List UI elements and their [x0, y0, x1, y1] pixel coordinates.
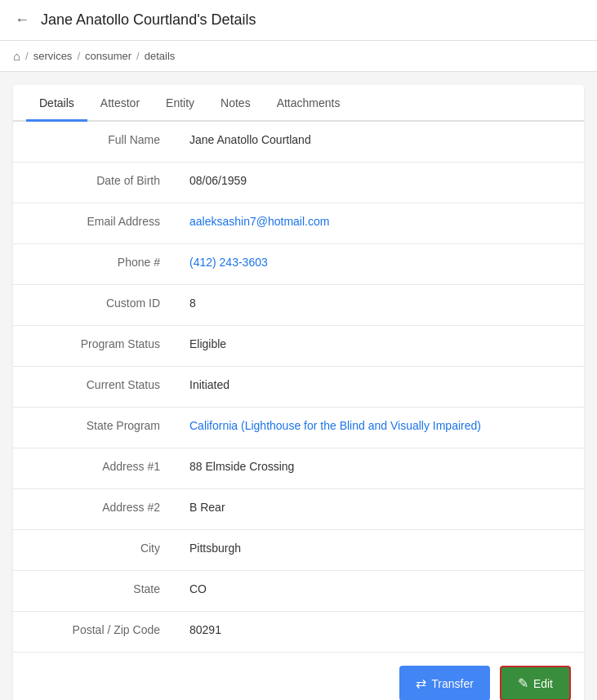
detail-value: 08/06/1959	[176, 163, 584, 198]
table-row: Custom ID8	[13, 285, 584, 326]
detail-value: Jane Anatollo Courtland	[176, 122, 584, 158]
detail-label: State	[13, 571, 176, 607]
transfer-label: Transfer	[431, 677, 474, 690]
detail-label: Program Status	[13, 326, 176, 362]
edit-label: Edit	[533, 677, 553, 690]
table-row: State ProgramCalifornia (Lighthouse for …	[13, 408, 584, 448]
detail-value: 80291	[176, 612, 584, 648]
edit-icon: ✎	[518, 675, 528, 691]
detail-label: Email Address	[13, 203, 176, 239]
breadcrumb-details: details	[145, 50, 176, 62]
breadcrumb-sep-3: /	[136, 50, 140, 62]
detail-value: CO	[176, 571, 584, 607]
action-bar: ⇄ Transfer ✎ Edit	[13, 653, 584, 700]
detail-label: City	[13, 530, 176, 566]
detail-value: 8	[176, 285, 584, 321]
detail-label: Current Status	[13, 367, 176, 403]
main-content: Details Attestor Entity Notes Attachment…	[13, 85, 584, 700]
transfer-button[interactable]: ⇄ Transfer	[399, 666, 490, 700]
table-row: Email Addressaaleksashin7@hotmail.com	[13, 203, 584, 244]
breadcrumb: ⌂ / services / consumer / details	[0, 41, 597, 72]
detail-label: Address #1	[13, 448, 176, 484]
detail-value[interactable]: aaleksashin7@hotmail.com	[176, 203, 584, 239]
back-button[interactable]: ←	[13, 10, 31, 30]
table-row: Address #188 Elmside Crossing	[13, 448, 584, 489]
table-row: Address #2B Rear	[13, 489, 584, 530]
tab-attestor[interactable]: Attestor	[87, 85, 153, 122]
detail-label: Full Name	[13, 122, 176, 158]
tab-details[interactable]: Details	[26, 85, 87, 122]
edit-button[interactable]: ✎ Edit	[500, 666, 571, 700]
detail-label: Postal / Zip Code	[13, 612, 176, 648]
detail-label: State Program	[13, 408, 176, 444]
tab-notes[interactable]: Notes	[207, 85, 264, 122]
breadcrumb-sep-1: /	[25, 50, 29, 62]
transfer-icon: ⇄	[416, 675, 426, 691]
table-row: Current StatusInitiated	[13, 367, 584, 408]
table-row: Phone #(412) 243-3603	[13, 244, 584, 285]
detail-value[interactable]: California (Lighthouse for the Blind and…	[176, 408, 584, 444]
page-header: ← Jane Anatollo Courtland's Details	[0, 0, 597, 41]
detail-value[interactable]: (412) 243-3603	[176, 244, 584, 280]
tabs-container: Details Attestor Entity Notes Attachment…	[13, 85, 584, 122]
detail-label: Phone #	[13, 244, 176, 280]
detail-value: Initiated	[176, 367, 584, 403]
detail-value: Pittsburgh	[176, 530, 584, 566]
table-row: Program StatusEligible	[13, 326, 584, 367]
breadcrumb-sep-2: /	[77, 50, 80, 62]
page-title: Jane Anatollo Courtland's Details	[41, 11, 256, 29]
detail-value: B Rear	[176, 489, 584, 525]
breadcrumb-consumer[interactable]: consumer	[85, 50, 131, 62]
back-icon: ←	[15, 11, 29, 29]
detail-label: Date of Birth	[13, 163, 176, 198]
details-table: Full NameJane Anatollo CourtlandDate of …	[13, 122, 584, 653]
breadcrumb-services[interactable]: services	[33, 50, 73, 62]
table-row: Postal / Zip Code80291	[13, 612, 584, 653]
table-row: StateCO	[13, 571, 584, 612]
table-row: Full NameJane Anatollo Courtland	[13, 122, 584, 163]
tab-entity[interactable]: Entity	[153, 85, 207, 122]
detail-label: Address #2	[13, 489, 176, 525]
detail-label: Custom ID	[13, 285, 176, 321]
table-row: Date of Birth08/06/1959	[13, 163, 584, 203]
tab-attachments[interactable]: Attachments	[264, 85, 354, 122]
table-row: CityPittsburgh	[13, 530, 584, 571]
detail-value: 88 Elmside Crossing	[176, 448, 584, 484]
home-icon[interactable]: ⌂	[13, 49, 20, 63]
detail-value: Eligible	[176, 326, 584, 362]
